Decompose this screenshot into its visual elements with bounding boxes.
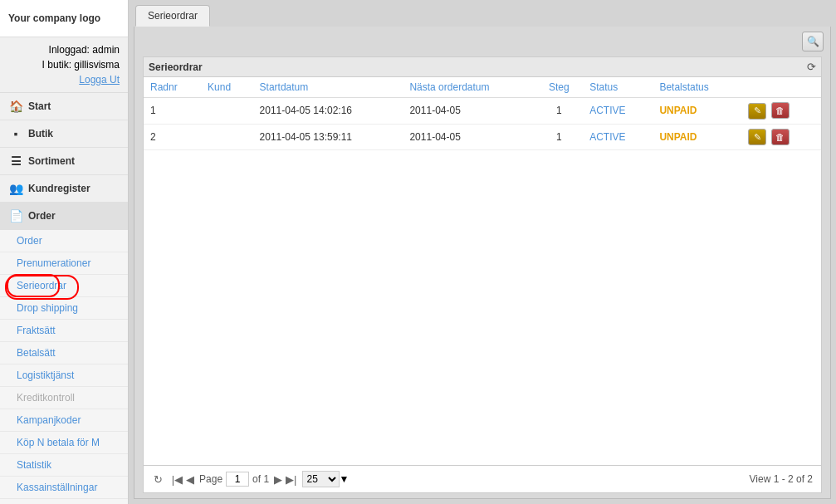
nav-label-sortiment: Sortiment [28, 155, 75, 167]
list-icon: ☰ [8, 154, 23, 169]
next-page-button[interactable]: ▶ [272, 473, 284, 486]
user-info: Inloggad: admin I butik: gillisvisma Log… [0, 37, 128, 93]
cell-actions: ✎ 🗑 [741, 98, 821, 125]
col-status[interactable]: Status [583, 77, 653, 98]
sidebar-item-installningar[interactable]: Inställningar [0, 499, 128, 504]
per-page-selector[interactable]: 10 25 50 100 ▼ [302, 471, 350, 487]
main-content: Serieordrar 🔍 Serieordrar ⟳ Radnr Kund S… [129, 0, 836, 504]
home-icon: 🏠 [8, 99, 23, 114]
last-page-button[interactable]: ▶| [284, 473, 298, 486]
edit-button[interactable]: ✎ [748, 103, 766, 120]
col-radnr[interactable]: Radnr [144, 77, 201, 98]
sidebar-item-kundregister[interactable]: 👥 Kundregister [0, 175, 128, 203]
sidebar: Your company logo Inloggad: admin I buti… [0, 0, 129, 504]
sub-nav: Order Prenumerationer Serieordrar Drop s… [0, 230, 128, 504]
sidebar-item-kampanjkoder[interactable]: Kampanjkoder [0, 409, 128, 432]
cell-status: ACTIVE [583, 124, 653, 150]
sidebar-item-drop-shipping[interactable]: Drop shipping [0, 297, 128, 320]
col-startdatum[interactable]: Startdatum [253, 77, 403, 98]
page-label: Page [199, 473, 222, 485]
col-betalstatus[interactable]: Betalstatus [653, 77, 741, 98]
sidebar-item-butik[interactable]: ▪ Butik [0, 120, 128, 148]
col-nasta[interactable]: Nästa orderdatum [403, 77, 535, 98]
table-header-row: Serieordrar ⟳ [144, 57, 821, 77]
pagination: ↻ |◀ ◀ Page of 1 ▶ ▶| 10 25 50 100 ▼ Vie… [143, 466, 822, 493]
tab-serieordrar[interactable]: Serieordrar [135, 5, 210, 27]
view-label: View 1 - 2 of 2 [750, 473, 814, 485]
sidebar-item-prenumerationer[interactable]: Prenumerationer [0, 252, 128, 275]
edit-button[interactable]: ✎ [748, 129, 766, 145]
table-row: 2 2011-04-05 13:59:11 2011-04-05 1 ACTIV… [144, 124, 821, 150]
cell-steg: 1 [535, 98, 583, 125]
cell-betalstatus: UNPAID [653, 98, 741, 125]
nav-label-butik: Butik [28, 128, 53, 139]
sidebar-item-order-sub[interactable]: Order [0, 230, 128, 252]
sidebar-item-statistik[interactable]: Statistik [0, 454, 128, 477]
sidebar-item-start[interactable]: 🏠 Start [0, 93, 128, 120]
cell-kund [201, 124, 252, 150]
tab-bar: Serieordrar [129, 0, 836, 27]
cell-startdatum: 2011-04-05 13:59:11 [253, 124, 403, 150]
sidebar-item-kop-n-betala[interactable]: Köp N betala för M [0, 432, 128, 454]
logo: Your company logo [0, 0, 128, 37]
cell-radnr: 1 [144, 98, 201, 125]
sidebar-item-sortiment[interactable]: ☰ Sortiment [0, 148, 128, 175]
store-label: I butik: [42, 59, 71, 71]
sidebar-item-kassainstallningar[interactable]: Kassainställningar [0, 477, 128, 499]
logged-in-label: Inloggad: [49, 44, 90, 56]
order-icon: 📄 [8, 208, 23, 223]
table-area: Serieordrar ⟳ Radnr Kund Startdatum Näst… [143, 56, 822, 466]
toolbar: 🔍 [134, 27, 830, 56]
logo-text: Your company logo [8, 12, 100, 24]
sidebar-item-kreditkontroll: Kreditkontroll [0, 387, 128, 409]
refresh-icon[interactable]: ⟳ [807, 61, 816, 73]
table-head-row: Radnr Kund Startdatum Nästa orderdatum S… [144, 77, 821, 98]
cell-nasta: 2011-04-05 [403, 98, 535, 125]
sidebar-item-serieordrar[interactable]: Serieordrar [0, 275, 128, 297]
dropdown-arrow: ▼ [340, 473, 350, 485]
search-icon: 🔍 [807, 36, 819, 47]
cell-betalstatus: UNPAID [653, 124, 741, 150]
first-page-button[interactable]: |◀ [170, 473, 184, 486]
cell-radnr: 2 [144, 124, 201, 150]
table-row: 1 2011-04-05 14:02:16 2011-04-05 1 ACTIV… [144, 98, 821, 125]
username: admin [92, 44, 120, 56]
store-icon: ▪ [8, 126, 23, 141]
cell-status: ACTIVE [583, 98, 653, 125]
cell-kund [201, 98, 252, 125]
per-page-select[interactable]: 10 25 50 100 [302, 471, 340, 487]
table-title: Serieordrar [149, 61, 203, 73]
orders-table: Radnr Kund Startdatum Nästa orderdatum S… [144, 77, 821, 150]
refresh-pag-icon[interactable]: ↻ [152, 473, 164, 486]
col-actions [741, 77, 821, 98]
prev-page-button[interactable]: ◀ [184, 473, 196, 486]
sidebar-item-logistiktjanst[interactable]: Logistiktjänst [0, 365, 128, 387]
cell-actions: ✎ 🗑 [741, 124, 821, 150]
table-body: 1 2011-04-05 14:02:16 2011-04-05 1 ACTIV… [144, 98, 821, 150]
delete-button[interactable]: 🗑 [771, 129, 790, 145]
content-panel: 🔍 Serieordrar ⟳ Radnr Kund Startdatum Nä… [134, 27, 831, 499]
nav-label-order: Order [28, 210, 56, 222]
search-button[interactable]: 🔍 [802, 32, 824, 51]
col-kund[interactable]: Kund [201, 77, 252, 98]
nav-label-start: Start [28, 100, 51, 112]
of-label: of 1 [252, 473, 269, 485]
store-name: gillisvisma [74, 59, 120, 71]
users-icon: 👥 [8, 181, 23, 196]
delete-button[interactable]: 🗑 [771, 102, 790, 119]
logout-link[interactable]: Logga Ut [79, 74, 120, 86]
cell-startdatum: 2011-04-05 14:02:16 [253, 98, 403, 125]
col-steg[interactable]: Steg [535, 77, 583, 98]
cell-steg: 1 [535, 124, 583, 150]
sidebar-item-order[interactable]: 📄 Order [0, 203, 128, 230]
sidebar-item-betalsatt[interactable]: Betalsätt [0, 342, 128, 365]
page-input[interactable] [226, 472, 249, 487]
sidebar-item-fraktsatt[interactable]: Fraktsätt [0, 320, 128, 342]
cell-nasta: 2011-04-05 [403, 124, 535, 150]
nav-label-kundregister: Kundregister [28, 183, 90, 194]
